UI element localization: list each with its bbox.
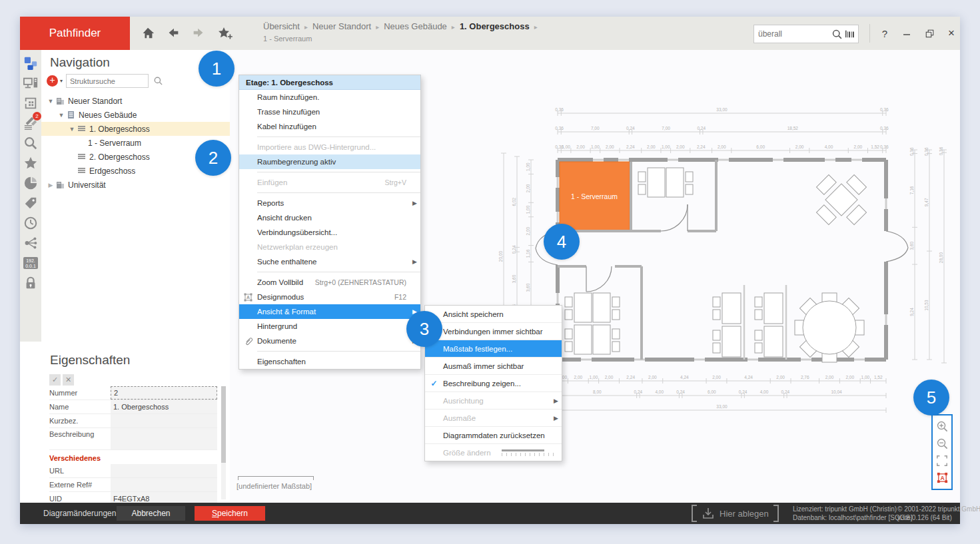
module-favorites-button[interactable] — [23, 155, 39, 171]
svg-text:0,36: 0,36 — [909, 147, 914, 156]
restore-button[interactable] — [921, 26, 938, 41]
apply-button[interactable]: ✓ — [49, 374, 61, 386]
expander-closed-icon[interactable]: ▶ — [47, 182, 55, 188]
submenu-item-beschreibung-zeigen[interactable]: ✓Beschreibung zeigen... — [425, 375, 562, 392]
navigation-toolbar: + ▾ — [47, 74, 163, 88]
add-dropdown-icon[interactable]: ▾ — [60, 78, 63, 84]
tree-item-neues-gebaeude[interactable]: ▼ Neues Gebäude — [41, 108, 230, 122]
menu-separator — [257, 192, 420, 193]
global-search-input[interactable] — [754, 29, 831, 39]
zoom-fit-button[interactable] — [935, 453, 949, 468]
menu-item-raumbegrenzung-aktiv[interactable]: Raumbegrenzung aktiv — [239, 154, 420, 169]
menu-item-hintergrund[interactable]: Hintergrund▶ — [239, 319, 420, 334]
menu-item-ansicht-format[interactable]: Ansicht & Format▶ — [239, 304, 420, 319]
property-value-field[interactable] — [111, 428, 217, 449]
save-button[interactable]: Speichern — [195, 506, 265, 521]
svg-text:2,00: 2,00 — [647, 144, 656, 149]
svg-text:3,60: 3,60 — [526, 283, 530, 292]
module-search-button[interactable] — [23, 135, 39, 151]
submenu-item-ansicht-speichern[interactable]: Ansicht speichern — [425, 306, 562, 323]
favorite-add-button[interactable] — [215, 25, 236, 42]
breadcrumb-item[interactable]: Neuer Standort — [312, 21, 371, 31]
module-navigation-button[interactable] — [23, 55, 39, 71]
server-room[interactable]: 1 - Serverraum — [560, 162, 630, 231]
module-ip-addresses-button[interactable]: 192.0.0.1 — [23, 255, 39, 271]
module-tools-button[interactable]: 2 — [23, 115, 39, 131]
property-value-field[interactable]: 2 — [111, 386, 217, 400]
module-floorplan-button[interactable] — [23, 95, 39, 111]
breadcrumb-item[interactable]: Übersicht — [263, 21, 300, 31]
menu-item-ansicht-drucken[interactable]: Ansicht drucken — [239, 210, 420, 225]
menu-item-suche-enthaltene[interactable]: Suche enthaltene▶ — [239, 254, 420, 269]
submenu-item-massstab-festlegen[interactable]: Maßstab festlegen... — [425, 340, 562, 358]
submenu-arrow-icon: ▶ — [554, 415, 562, 421]
forward-button[interactable] — [189, 25, 208, 42]
help-button[interactable]: ? — [876, 26, 893, 41]
menu-item-reports[interactable]: Reports▶ — [239, 196, 420, 210]
property-label: Externe Ref# — [49, 478, 111, 491]
menu-item-raum-hinzufuegen[interactable]: Raum hinzufügen. — [239, 90, 420, 105]
module-topology-button[interactable] — [23, 235, 39, 251]
ansicht-format-submenu: Ansicht speichern Verbindungen immer sic… — [424, 305, 562, 461]
property-value-field[interactable] — [111, 478, 217, 491]
search-icon — [23, 136, 38, 150]
menu-item-trasse-hinzufuegen[interactable]: Trasse hinzufügen — [239, 105, 420, 119]
module-reports-button[interactable] — [23, 175, 39, 191]
property-label: Nummer — [49, 386, 111, 400]
property-value-field[interactable]: 1. Obergeschoss — [111, 400, 217, 413]
module-security-button[interactable] — [23, 275, 39, 291]
expander-open-icon[interactable]: ▼ — [68, 126, 76, 133]
drop-zone[interactable]: Hier ablegen — [692, 505, 779, 522]
breadcrumb-separator-icon: ▸ — [304, 23, 308, 31]
tree-item-universitaet[interactable]: ▶ Universität — [41, 178, 230, 192]
expander-open-icon[interactable]: ▼ — [57, 112, 65, 119]
search-icon[interactable] — [831, 29, 843, 40]
cancel-button[interactable]: Abbrechen — [117, 506, 185, 521]
back-button[interactable] — [164, 25, 183, 42]
discard-button[interactable]: ✕ — [63, 374, 74, 386]
menu-item-designmodus[interactable]: A DesignmodusF12 — [239, 290, 420, 304]
barcode-scan-icon[interactable] — [845, 29, 855, 39]
tree-item-neuer-standort[interactable]: ▼ Neuer Standort — [41, 94, 230, 108]
menu-item-zoom-vollbild[interactable]: Zoom VollbildStrg+0 (ZEHNERTASTATUR) — [239, 275, 420, 290]
module-devices-button[interactable] — [23, 75, 39, 91]
breadcrumb-item[interactable]: Neues Gebäude — [384, 21, 447, 31]
scrollbar-thumb[interactable] — [221, 386, 226, 463]
floor-plan[interactable]: 0,3633,000,36 0,367,000,247,000,2418,520… — [493, 93, 959, 426]
menu-item-dokumente[interactable]: Dokumente▶ — [239, 334, 420, 348]
size-slider[interactable] — [502, 449, 556, 456]
svg-text:0,24: 0,24 — [626, 126, 635, 131]
svg-text:1,16: 1,16 — [526, 249, 530, 258]
svg-text:4,24: 4,24 — [680, 375, 689, 380]
breadcrumb-item-current[interactable]: 1. Obergeschoss — [460, 21, 530, 31]
zoom-out-button[interactable] — [935, 436, 949, 451]
tree-item-1-obergeschoss[interactable]: ▼ 1. Obergeschoss — [41, 122, 230, 136]
property-value-field[interactable] — [111, 464, 217, 477]
checkmark-icon: ✓ — [425, 379, 443, 388]
property-row: Beschreibung — [49, 428, 217, 450]
module-tags-button[interactable] — [23, 195, 39, 211]
add-button[interactable]: + — [47, 75, 58, 87]
menu-item-kabel-hinzufuegen[interactable]: Kabel hinzufügen — [239, 119, 420, 134]
minimize-button[interactable] — [898, 26, 915, 41]
menu-item-eigenschaften[interactable]: Eigenschaften — [239, 354, 420, 369]
callout-badge-5: 5 — [913, 380, 949, 415]
design-mode-button[interactable]: A — [935, 470, 949, 485]
zoom-in-button[interactable] — [935, 419, 949, 434]
svg-text:1,00: 1,00 — [526, 205, 530, 214]
home-button[interactable] — [139, 25, 157, 42]
close-button[interactable]: × — [943, 26, 960, 41]
structure-search-input[interactable] — [66, 74, 149, 88]
search-icon[interactable] — [153, 76, 163, 86]
submenu-item-ausmass-sichtbar[interactable]: Ausmaß immer sichtbar — [425, 358, 562, 375]
svg-text:2,00: 2,00 — [776, 375, 785, 380]
tree-item-label: 1 - Serverraum — [88, 138, 141, 148]
submenu-item-diagrammdaten-zuruecksetzen[interactable]: Diagrammdaten zurücksetzen — [425, 427, 562, 444]
module-history-button[interactable] — [23, 215, 39, 231]
breadcrumb-subitem[interactable]: 1 - Serverraum — [263, 35, 312, 43]
property-value-field[interactable] — [111, 414, 217, 427]
submenu-item-verbindungen-sichtbar[interactable]: Verbindungen immer sichtbar — [425, 323, 562, 340]
version-info: © 2001-2022 tripunkt GmbH v3.8.0.126 (64… — [897, 505, 980, 522]
expander-open-icon[interactable]: ▼ — [47, 98, 55, 105]
menu-item-verbindungsuebersicht[interactable]: Verbindungsübersicht... — [239, 225, 420, 240]
